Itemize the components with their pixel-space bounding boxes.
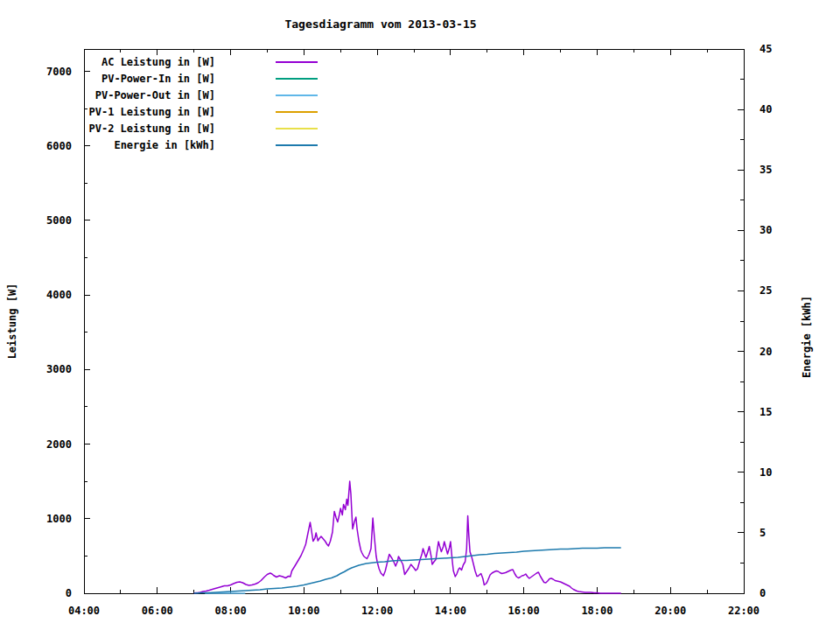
legend-item-label: Energie in [kWh] [14, 139, 215, 151]
right-tick-label: 30 [760, 224, 772, 236]
legend-item-label: PV-Power-Out in [W] [14, 89, 215, 102]
legend-line-swatch [276, 111, 318, 113]
x-tick-label: 18:00 [581, 605, 612, 617]
right-tick-label: 5 [760, 527, 766, 539]
x-tick-label: 06:00 [142, 605, 173, 617]
chart-canvas: 04:0006:0008:0010:0012:0014:0016:0018:00… [0, 0, 840, 630]
right-tick-label: 10 [760, 466, 772, 479]
right-tick-label: 15 [760, 406, 772, 418]
legend-item: PV-Power-In in [W] [14, 70, 318, 87]
legend-item: Energie in [kWh] [14, 136, 318, 153]
left-tick-label: 3000 [46, 363, 72, 375]
x-tick-label: 10:00 [288, 605, 319, 617]
right-axis-label: Energie [kWh] [801, 296, 813, 378]
x-tick-label: 08:00 [214, 605, 246, 617]
left-tick-label: 0 [66, 587, 72, 599]
left-tick-label: 2000 [46, 438, 72, 451]
legend-item-label: PV-1 Leistung in [W] [14, 106, 215, 118]
left-tick-label: 4000 [46, 289, 72, 301]
left-axis-label: Leistung [W] [6, 284, 18, 360]
right-tick-label: 40 [760, 103, 772, 116]
right-tick-label: 0 [760, 587, 766, 599]
right-tick-label: 35 [760, 164, 772, 176]
left-tick-label: 5000 [46, 214, 72, 227]
x-tick-label: 16:00 [508, 605, 540, 617]
x-tick-label: 22:00 [728, 605, 760, 617]
legend-item: PV-1 Leistung in [W] [14, 103, 318, 120]
x-tick-label: 04:00 [68, 605, 100, 617]
chart-title: Tagesdiagramm vom 2013-03-15 [0, 18, 761, 31]
legend-line-swatch [276, 128, 318, 130]
legend-line-swatch [276, 144, 318, 146]
series-layer [194, 481, 621, 593]
x-tick-label: 12:00 [361, 605, 393, 617]
legend-line-swatch [276, 78, 318, 80]
right-tick-label: 45 [760, 43, 772, 55]
right-tick-label: 20 [760, 346, 772, 358]
left-tick-label: 1000 [46, 513, 72, 525]
legend-item: PV-2 Leistung in [W] [14, 120, 318, 136]
series-ac-leistung-in-w- [194, 481, 621, 593]
legend-item: AC Leistung in [W] [14, 53, 318, 70]
right-tick-label: 25 [760, 284, 772, 297]
legend-line-swatch [276, 94, 318, 96]
x-tick-label: 14:00 [435, 605, 466, 617]
legend-line-swatch [276, 61, 318, 63]
legend: AC Leistung in [W]PV-Power-In in [W]PV-P… [14, 53, 318, 153]
legend-item-label: PV-2 Leistung in [W] [14, 122, 215, 135]
legend-item-label: AC Leistung in [W] [14, 56, 215, 68]
x-tick-label: 20:00 [654, 605, 686, 617]
legend-item: PV-Power-Out in [W] [14, 87, 318, 103]
legend-item-label: PV-Power-In in [W] [14, 73, 215, 85]
